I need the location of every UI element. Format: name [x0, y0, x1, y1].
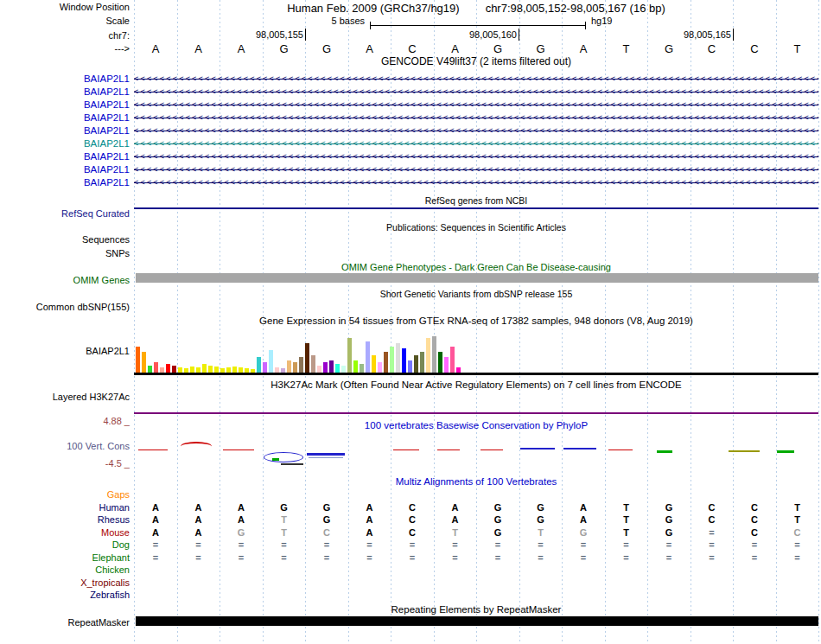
gtex-expression-bar[interactable]	[426, 338, 430, 373]
gtex-expression-bar[interactable]	[214, 367, 219, 373]
gtex-expression-bar[interactable]	[293, 362, 297, 373]
gtex-expression-bar[interactable]	[353, 360, 358, 373]
species-label-x_tropicalis[interactable]: X_tropicalis	[80, 577, 130, 588]
gtex-expression-bar[interactable]	[269, 350, 273, 373]
alignment-base: =	[434, 552, 477, 563]
species-label-elephant[interactable]: Elephant	[92, 552, 130, 563]
gtex-expression-bar[interactable]	[341, 366, 346, 373]
gene-transcript-arrows[interactable]: <<<<<<<<<<<<<<<<<<<<<<<<<<<<<<<<<<<<<<<<…	[134, 112, 818, 124]
alignment-base: A	[177, 502, 220, 513]
gtex-expression-bar[interactable]	[414, 355, 418, 373]
omim-title: OMIM Gene Phenotypes - Dark Green Can Be…	[134, 262, 818, 272]
gene-transcript-label[interactable]: BAIAP2L1	[84, 99, 130, 110]
gtex-expression-bar[interactable]	[257, 357, 261, 373]
gtex-title: Gene Expression in 54 tissues from GTEx …	[134, 316, 818, 326]
gene-transcript-arrows[interactable]: <<<<<<<<<<<<<<<<<<<<<<<<<<<<<<<<<<<<<<<<…	[134, 177, 818, 188]
gene-transcript-label[interactable]: BAIAP2L1	[84, 73, 130, 84]
alignment-base: C	[733, 502, 776, 513]
gtex-expression-bar[interactable]	[202, 364, 207, 373]
species-label-mouse[interactable]: Mouse	[101, 527, 130, 538]
gtex-expression-bar[interactable]	[335, 364, 340, 373]
alignment-base: A	[348, 514, 391, 525]
refseq-curated-label[interactable]: RefSeq Curated	[61, 208, 130, 219]
gtex-expression-bar[interactable]	[378, 362, 382, 373]
gtex-expression-bar[interactable]	[432, 336, 436, 373]
multiz-title: Multiz Alignments of 100 Vertebrates	[134, 476, 818, 487]
alignment-base: G	[476, 502, 519, 513]
gtex-expression-bar[interactable]	[166, 364, 170, 373]
gtex-expression-bar[interactable]	[438, 352, 442, 373]
species-label-gaps[interactable]: Gaps	[107, 489, 130, 500]
gtex-expression-bar[interactable]	[148, 366, 152, 373]
gtex-expression-bar[interactable]	[208, 366, 213, 373]
gtex-expression-bar[interactable]	[396, 343, 400, 373]
gene-transcript-arrows[interactable]: <<<<<<<<<<<<<<<<<<<<<<<<<<<<<<<<<<<<<<<<…	[134, 125, 818, 137]
species-label-rhesus[interactable]: Rhesus	[98, 514, 130, 525]
refseq-curated-track-line[interactable]	[134, 207, 818, 209]
alignment-base: T	[776, 502, 819, 513]
snps-label[interactable]: SNPs	[105, 248, 130, 258]
gtex-expression-bar[interactable]	[190, 367, 194, 373]
gtex-expression-bar[interactable]	[384, 352, 388, 373]
omim-genes-bar[interactable]	[136, 273, 818, 283]
gene-transcript-arrows[interactable]: <<<<<<<<<<<<<<<<<<<<<<<<<<<<<<<<<<<<<<<<…	[134, 138, 818, 150]
gtex-expression-bar[interactable]	[142, 352, 146, 373]
gtex-expression-bar[interactable]	[299, 357, 303, 373]
gtex-expression-bar[interactable]	[347, 338, 352, 373]
window-position-label: Window Position	[60, 2, 130, 12]
gtex-expression-bar[interactable]	[450, 347, 455, 373]
alignment-base: =	[348, 539, 391, 550]
species-label-dog[interactable]: Dog	[112, 539, 130, 550]
gtex-gene-label[interactable]: BAIAP2L1	[86, 346, 130, 356]
gtex-expression-bar[interactable]	[390, 347, 394, 373]
gtex-expression-bar[interactable]	[402, 348, 406, 373]
h3k27ac-track-line[interactable]	[134, 412, 818, 414]
h3k27ac-label[interactable]: Layered H3K27Ac	[53, 392, 130, 402]
alignment-base: T	[519, 527, 563, 538]
alignment-base: T	[776, 514, 819, 525]
gtex-expression-bar[interactable]	[366, 341, 370, 373]
gene-transcript-label[interactable]: BAIAP2L1	[84, 151, 130, 162]
gene-transcript-arrows[interactable]: <<<<<<<<<<<<<<<<<<<<<<<<<<<<<<<<<<<<<<<<…	[134, 99, 818, 111]
gtex-expression-bar[interactable]	[360, 364, 364, 373]
gene-transcript-arrows[interactable]: <<<<<<<<<<<<<<<<<<<<<<<<<<<<<<<<<<<<<<<<…	[134, 73, 818, 85]
gtex-expression-bar[interactable]	[232, 367, 237, 373]
gene-transcript-label[interactable]: BAIAP2L1	[84, 86, 130, 97]
gene-transcript-label[interactable]: BAIAP2L1	[84, 177, 130, 188]
gtex-expression-bar[interactable]	[444, 357, 449, 373]
gene-transcript-arrows[interactable]: <<<<<<<<<<<<<<<<<<<<<<<<<<<<<<<<<<<<<<<<…	[134, 164, 818, 175]
repeatmasker-label[interactable]: RepeatMasker	[67, 617, 130, 628]
alignment-base: G	[647, 514, 691, 525]
gtex-expression-bar[interactable]	[263, 362, 267, 373]
common-dbsnp-label[interactable]: Common dbSNP(155)	[36, 302, 130, 312]
gtex-expression-bar[interactable]	[329, 360, 334, 373]
ruler-tick-label: 98,005,155	[256, 29, 303, 40]
gene-transcript-label[interactable]: BAIAP2L1	[84, 125, 130, 136]
gene-transcript-arrows[interactable]: <<<<<<<<<<<<<<<<<<<<<<<<<<<<<<<<<<<<<<<<…	[134, 151, 818, 163]
gtex-expression-bar[interactable]	[172, 366, 176, 373]
gtex-expression-bar[interactable]	[287, 360, 291, 373]
species-label-zebrafish[interactable]: Zebrafish	[90, 590, 130, 600]
gencode-title: GENCODE V49lift37 (2 items filtered out)	[134, 55, 818, 67]
gtex-expression-bar[interactable]	[317, 366, 321, 373]
gtex-expression-bar[interactable]	[154, 362, 158, 373]
conservation-mark	[181, 442, 212, 451]
gene-transcript-label[interactable]: BAIAP2L1	[84, 138, 130, 149]
gene-transcript-label[interactable]: BAIAP2L1	[84, 112, 130, 123]
species-label-human[interactable]: Human	[99, 502, 130, 513]
gtex-expression-bar[interactable]	[420, 352, 424, 373]
gtex-expression-bar[interactable]	[408, 360, 412, 373]
gene-transcript-arrows[interactable]: <<<<<<<<<<<<<<<<<<<<<<<<<<<<<<<<<<<<<<<<…	[134, 86, 818, 98]
gtex-expression-bar[interactable]	[305, 343, 309, 373]
gtex-expression-bar[interactable]	[311, 355, 315, 373]
alignment-base: C	[305, 527, 348, 538]
omim-genes-label[interactable]: OMIM Genes	[73, 275, 130, 285]
sequences-label[interactable]: Sequences	[82, 234, 130, 245]
gtex-expression-bar[interactable]	[372, 355, 376, 373]
gtex-expression-bar[interactable]	[136, 347, 140, 373]
species-label-chicken[interactable]: Chicken	[95, 564, 130, 575]
gene-transcript-label[interactable]: BAIAP2L1	[84, 164, 130, 175]
conservation-label[interactable]: 100 Vert. Cons	[67, 441, 130, 451]
gtex-expression-bar[interactable]	[323, 362, 328, 373]
repeatmasker-bar[interactable]	[136, 616, 818, 626]
